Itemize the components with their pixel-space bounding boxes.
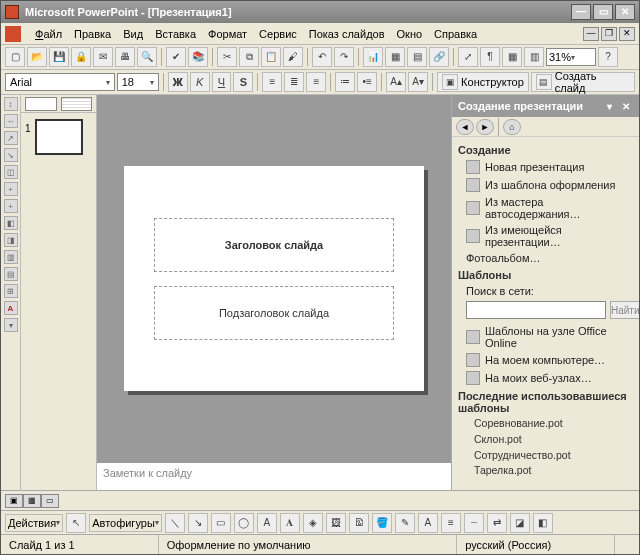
recent-item[interactable]: Сотрудничество.pot [458, 448, 633, 464]
tp-on-computer[interactable]: На моем компьютере… [458, 351, 633, 369]
permission-button[interactable]: 🔒 [71, 47, 91, 67]
doc-minimize-button[interactable]: — [583, 27, 599, 41]
research-button[interactable]: 📚 [188, 47, 208, 67]
grid-button[interactable]: ▦ [502, 47, 522, 67]
rail-icon[interactable]: + [4, 182, 18, 196]
expand-button[interactable]: ⤢ [458, 47, 478, 67]
recent-item[interactable]: Тарелка.pot [458, 463, 633, 479]
bold-button[interactable]: Ж [168, 72, 188, 92]
rail-icon[interactable]: ▾ [4, 318, 18, 332]
doc-close-button[interactable]: ✕ [619, 27, 635, 41]
rail-icon[interactable]: + [4, 199, 18, 213]
email-button[interactable]: ✉ [93, 47, 113, 67]
paste-button[interactable]: 📋 [261, 47, 281, 67]
align-center-button[interactable]: ≣ [284, 72, 304, 92]
menu-tools[interactable]: Сервис [259, 28, 297, 40]
shadow-style-button[interactable]: ◪ [510, 513, 530, 533]
line-color-button[interactable]: ✎ [395, 513, 415, 533]
rectangle-button[interactable]: ▭ [211, 513, 231, 533]
3d-style-button[interactable]: ◧ [533, 513, 553, 533]
rail-icon[interactable]: ↘ [4, 148, 18, 162]
arrow-style-button[interactable]: ⇄ [487, 513, 507, 533]
close-button[interactable]: ✕ [615, 4, 635, 20]
rail-icon[interactable]: ▥ [4, 250, 18, 264]
rail-icon[interactable]: ⊞ [4, 284, 18, 298]
menu-format[interactable]: Формат [208, 28, 247, 40]
taskpane-menu-button[interactable]: ▾ [602, 99, 616, 113]
select-button[interactable]: ↖ [66, 513, 86, 533]
format-painter-button[interactable]: 🖌 [283, 47, 303, 67]
minimize-button[interactable]: — [571, 4, 591, 20]
tp-from-autocontent-wizard[interactable]: Из мастера автосодержания… [458, 194, 633, 222]
cut-button[interactable]: ✂ [217, 47, 237, 67]
diagram-button[interactable]: ◈ [303, 513, 323, 533]
maximize-button[interactable]: ▭ [593, 4, 613, 20]
template-search-input[interactable] [466, 301, 606, 319]
tp-new-presentation[interactable]: Новая презентация [458, 158, 633, 176]
nav-forward-button[interactable]: ► [476, 119, 494, 135]
show-formatting-button[interactable]: ¶ [480, 47, 500, 67]
nav-back-button[interactable]: ◄ [456, 119, 474, 135]
recent-item[interactable]: Соревнование.pot [458, 416, 633, 432]
rail-icon[interactable]: ▤ [4, 267, 18, 281]
chart-button[interactable]: 📊 [363, 47, 383, 67]
menu-view[interactable]: Вид [123, 28, 143, 40]
font-combo[interactable]: Arial▾ [5, 73, 115, 91]
template-search-button[interactable]: Найти [610, 301, 639, 319]
align-left-button[interactable]: ≡ [262, 72, 282, 92]
slide-thumb-1[interactable]: 1 [25, 119, 92, 155]
spell-button[interactable]: ✔ [166, 47, 186, 67]
increase-font-button[interactable]: A▴ [386, 72, 406, 92]
rail-icon[interactable]: ◨ [4, 233, 18, 247]
rail-icon[interactable]: ↔ [4, 114, 18, 128]
color-button[interactable]: ▥ [524, 47, 544, 67]
subtitle-placeholder[interactable]: Подзаголовок слайда [154, 286, 394, 340]
underline-button[interactable]: Ч [212, 72, 232, 92]
align-right-button[interactable]: ≡ [306, 72, 326, 92]
view-slideshow-button[interactable]: ▭ [41, 494, 59, 508]
print-button[interactable]: 🖶 [115, 47, 135, 67]
dash-style-button[interactable]: ┄ [464, 513, 484, 533]
menu-help[interactable]: Справка [434, 28, 477, 40]
tp-from-existing[interactable]: Из имеющейся презентации… [458, 222, 633, 250]
preview-button[interactable]: 🔍 [137, 47, 157, 67]
taskpane-close-button[interactable]: ✕ [619, 99, 633, 113]
recent-item[interactable]: Склон.pot [458, 432, 633, 448]
shadow-button[interactable]: S [233, 72, 253, 92]
new-slide-button[interactable]: ▤Создать слайд [531, 72, 635, 92]
bullet-list-button[interactable]: •≡ [357, 72, 377, 92]
menu-slideshow[interactable]: Показ слайдов [309, 28, 385, 40]
tab-slides[interactable] [25, 97, 57, 111]
copy-button[interactable]: ⧉ [239, 47, 259, 67]
new-button[interactable]: ▢ [5, 47, 25, 67]
line-style-button[interactable]: ≡ [441, 513, 461, 533]
tp-on-websites[interactable]: На моих веб-узлах… [458, 369, 633, 387]
rail-icon[interactable]: ↗ [4, 131, 18, 145]
tables-borders-button[interactable]: ▤ [407, 47, 427, 67]
arrow-button[interactable]: ↘ [188, 513, 208, 533]
numbered-list-button[interactable]: ≔ [335, 72, 355, 92]
menu-file[interactable]: Файл [35, 28, 62, 40]
slide-canvas[interactable]: Заголовок слайда Подзаголовок слайда [97, 95, 451, 462]
decrease-font-button[interactable]: A▾ [408, 72, 428, 92]
notes-pane[interactable]: Заметки к слайду [97, 462, 451, 490]
menu-window[interactable]: Окно [397, 28, 423, 40]
rail-icon[interactable]: ◫ [4, 165, 18, 179]
undo-button[interactable]: ↶ [312, 47, 332, 67]
view-normal-button[interactable]: ▣ [5, 494, 23, 508]
clipart-button[interactable]: 🖼 [326, 513, 346, 533]
nav-home-button[interactable]: ⌂ [503, 119, 521, 135]
actions-menu[interactable]: Действия ▾ [5, 514, 63, 532]
rail-font-color-icon[interactable]: A [4, 301, 18, 315]
autoshapes-menu[interactable]: Автофигуры ▾ [89, 514, 162, 532]
menu-edit[interactable]: Правка [74, 28, 111, 40]
redo-button[interactable]: ↷ [334, 47, 354, 67]
textbox-button[interactable]: A [257, 513, 277, 533]
line-button[interactable]: ＼ [165, 513, 185, 533]
fill-color-button[interactable]: 🪣 [372, 513, 392, 533]
tp-photo-album[interactable]: Фотоальбом… [458, 250, 633, 266]
help-button[interactable]: ? [598, 47, 618, 67]
status-language[interactable]: русский (Россия) [457, 535, 615, 554]
italic-button[interactable]: K [190, 72, 210, 92]
view-sorter-button[interactable]: ▦ [23, 494, 41, 508]
